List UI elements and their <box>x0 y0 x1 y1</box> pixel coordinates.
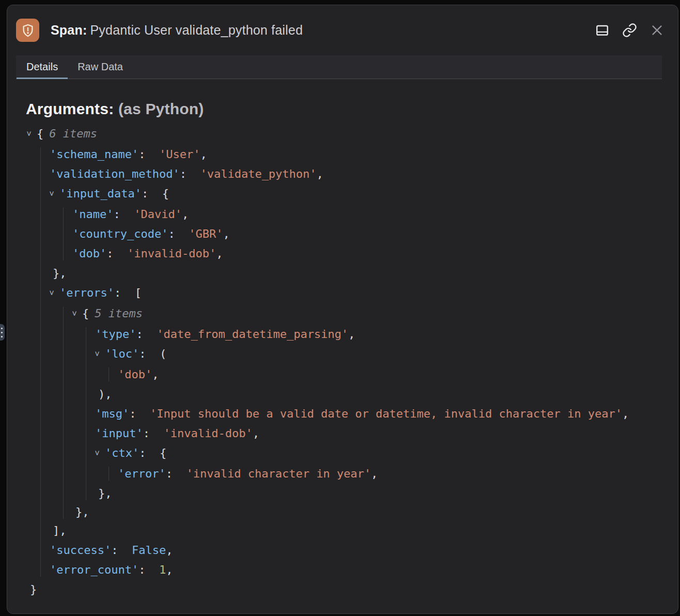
collapse-chevron-icon[interactable] <box>27 127 37 142</box>
tree-line: 'name': 'David', <box>72 207 678 221</box>
tab-raw-data[interactable]: Raw Data <box>68 55 133 79</box>
token-key: 'msg' <box>95 407 129 420</box>
dock-panel-bottom-icon <box>595 23 610 38</box>
token-punct: : { <box>139 446 166 459</box>
token-key: 'name' <box>72 208 113 221</box>
token-punct: : <box>166 467 187 480</box>
token-number: 1 <box>159 563 166 576</box>
tab-details-label: Details <box>26 61 58 73</box>
token-key: 'dob' <box>72 247 106 260</box>
token-punct: , <box>348 328 355 341</box>
token-punct: }, <box>53 267 67 280</box>
tree-line: 'loc': ( <box>95 347 678 362</box>
collapse-chevron-icon[interactable] <box>95 446 105 461</box>
tab-bar: Details Raw Data <box>16 55 662 79</box>
tree-line: 'dob', <box>118 367 678 381</box>
panel-header: Span:Pydantic User validate_python faile… <box>7 5 678 55</box>
token-string: 'User' <box>159 148 200 161</box>
token-key: 'country_code' <box>72 227 168 240</box>
details-tab-content: Arguments: (as Python) {6 items'schema_n… <box>7 79 678 596</box>
tree-line: 'error_count': 1, <box>50 563 678 577</box>
tree-line: 'validation_method': 'validate_python', <box>50 167 678 181</box>
tree-line: }, <box>72 505 678 519</box>
token-key: 'error_count' <box>50 563 138 576</box>
tree-line: }, <box>95 486 678 500</box>
tree-children: 'name': 'David','country_code': 'GBR','d… <box>63 207 678 260</box>
token-string: 'validate_python' <box>200 167 316 180</box>
tree-line: 'ctx': { <box>95 446 678 461</box>
panel-drag-handle[interactable] <box>0 324 5 341</box>
arguments-section-heading: Arguments: (as Python) <box>26 100 678 118</box>
tree-children: 'error': 'invalid character in year', <box>109 467 678 481</box>
token-key: 'loc' <box>105 347 139 360</box>
tree-line: 'input_data': { <box>50 187 678 202</box>
tree-line: {6 items <box>27 127 678 142</box>
token-punct: } <box>30 583 37 596</box>
token-punct: : <box>106 247 127 260</box>
token-punct: : <box>136 328 157 341</box>
grip-dots-icon <box>1 328 3 329</box>
tree-line: }, <box>50 266 678 280</box>
collapse-chevron-icon[interactable] <box>72 306 82 321</box>
token-keyword: False <box>132 544 166 557</box>
arguments-tree: {6 items'schema_name': 'User','validatio… <box>26 127 678 596</box>
token-punct: , <box>317 167 323 180</box>
token-punct: , <box>253 427 259 440</box>
token-punct: ], <box>53 524 67 537</box>
span-title-text: Pydantic User validate_python failed <box>90 23 303 37</box>
tree-line: 'dob': 'invalid-dob', <box>72 247 678 260</box>
token-string: 'dob' <box>118 368 152 381</box>
token-punct: , <box>182 208 189 221</box>
token-string: 'GBR' <box>189 227 223 240</box>
collapse-chevron-icon[interactable] <box>50 286 59 301</box>
token-string: 'David' <box>134 208 182 221</box>
token-punct: , <box>166 563 173 576</box>
tree-line: 'success': False, <box>50 543 678 557</box>
span-detail-panel: Span:Pydantic User validate_python faile… <box>7 5 678 614</box>
tree-children: 'type': 'date_from_datetime_parsing','lo… <box>86 327 678 500</box>
token-punct: }, <box>75 505 89 518</box>
tree-line: ), <box>95 387 678 401</box>
token-punct: : <box>113 208 134 221</box>
tree-line: {5 items <box>72 306 678 321</box>
token-punct: }, <box>98 487 112 500</box>
token-punct: : <box>143 427 164 440</box>
token-string: 'Input should be a valid date or datetim… <box>150 407 622 420</box>
close-button[interactable] <box>648 22 666 39</box>
token-string: 'date_from_datetime_parsing' <box>157 328 348 341</box>
token-key: 'input_data' <box>59 187 142 200</box>
tree-children: 'dob', <box>109 367 678 381</box>
shield-alert-icon <box>16 19 39 42</box>
token-punct: : ( <box>139 347 166 360</box>
token-punct: , <box>166 544 173 557</box>
token-key: 'errors' <box>59 286 114 299</box>
token-key: 'error' <box>118 467 166 480</box>
token-meta: 6 items <box>49 127 97 140</box>
copy-link-icon <box>622 23 637 38</box>
token-punct: , <box>622 407 629 420</box>
tab-details[interactable]: Details <box>17 55 68 79</box>
token-punct: , <box>371 467 378 480</box>
copy-link-button[interactable] <box>621 22 638 39</box>
token-punct: : <box>129 407 150 420</box>
collapse-chevron-icon[interactable] <box>50 187 59 202</box>
token-punct: { <box>37 127 43 140</box>
arguments-heading-suffix: (as Python) <box>118 100 204 117</box>
token-punct: : <box>180 167 200 180</box>
dock-panel-bottom-button[interactable] <box>593 22 611 39</box>
collapse-chevron-icon[interactable] <box>95 347 105 362</box>
token-punct: { <box>82 307 89 320</box>
token-key: 'input' <box>95 427 143 440</box>
panel-title: Span:Pydantic User validate_python faile… <box>51 23 303 38</box>
tree-line: ], <box>50 523 678 537</box>
token-punct: : <box>138 148 159 161</box>
token-punct: , <box>216 247 223 260</box>
token-punct: : { <box>142 187 169 200</box>
tree-children: {5 items'type': 'date_from_datetime_pars… <box>63 306 678 519</box>
tree-line: 'schema_name': 'User', <box>50 147 678 161</box>
token-key: 'ctx' <box>105 446 139 459</box>
token-punct: : <box>138 563 159 576</box>
tree-line: 'input': 'invalid-dob', <box>95 426 678 440</box>
arguments-heading-bold: Arguments: <box>26 100 114 117</box>
token-key: 'success' <box>50 544 111 557</box>
